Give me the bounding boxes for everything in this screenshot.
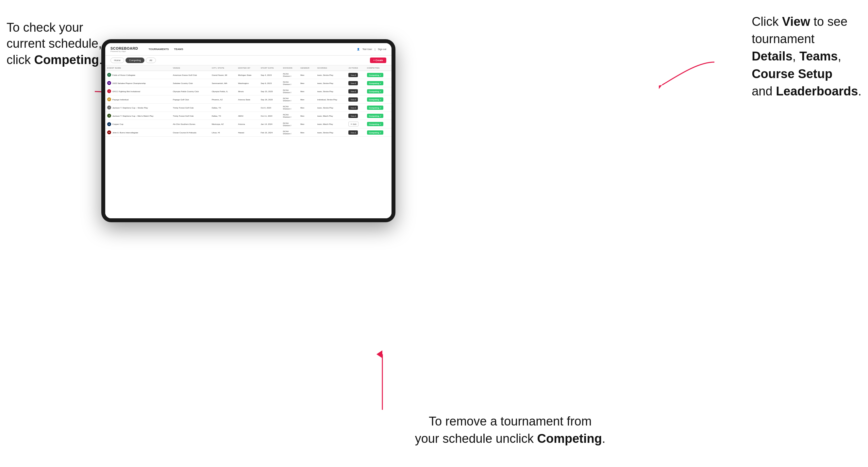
competing-badge[interactable]: Competing ✓ (367, 97, 383, 102)
scoring-cell: team, Stroke Play (315, 71, 346, 79)
scoring-cell: team, Stroke Play (315, 103, 346, 112)
division-cell: NCAADivision I (281, 120, 299, 128)
col-division: DIVISION (281, 65, 299, 71)
start-date-cell: Sep 4, 2023 (259, 71, 281, 79)
team-logo: H (107, 130, 111, 134)
event-name-cell: F Folds of Honor Collegiate (105, 71, 171, 79)
table-row: F Folds of Honor Collegiate American Dun… (105, 71, 392, 79)
view-button[interactable]: View ℹ (348, 105, 358, 110)
start-date-cell: Oct 11, 2023 (259, 112, 281, 120)
division-cell: NCAADivision I (281, 87, 299, 95)
event-name: Jackson T. Stephens Cup – Stroke Play (113, 106, 148, 109)
actions-cell: View ℹ (346, 128, 365, 136)
hosted-by-cell: Arizona (236, 120, 258, 128)
tabs-row: Home Competing All + Create (105, 56, 392, 65)
user-icon: 👤 (357, 48, 360, 51)
tab-home[interactable]: Home (111, 58, 124, 63)
actions-cell: View ℹ (346, 112, 365, 120)
bottom-arrow (366, 348, 399, 413)
competing-badge[interactable]: Competing ✓ (367, 73, 383, 77)
col-gender: GENDER (299, 65, 315, 71)
tournament-table: EVENT NAME VENUE CITY, STATE HOSTED BY S… (105, 65, 392, 136)
hosted-by-cell: Hawaii (236, 128, 258, 136)
table-row: I OFCC Fighting Illini Invitational Olym… (105, 87, 392, 95)
hosted-by-cell: Washington (236, 79, 258, 87)
venue-cell: Trinity Forest Golf Club (171, 112, 210, 120)
col-competing: COMPETING (365, 65, 392, 71)
view-button[interactable]: View ℹ (348, 114, 358, 118)
table-row: W 2023 Sahalee Players Championship Saha… (105, 79, 392, 87)
sign-out-link[interactable]: Sign out (378, 48, 386, 50)
team-logo: W (107, 81, 111, 85)
division-cell: NCAADivision I (281, 71, 299, 79)
actions-cell: View ℹ (346, 103, 365, 112)
view-button[interactable]: View ℹ (348, 130, 358, 135)
city-state-cell: Sammamish, WA (210, 79, 236, 87)
team-logo: I (107, 89, 111, 93)
gender-cell: Men (299, 87, 315, 95)
col-city-state: CITY, STATE (210, 65, 236, 71)
view-button[interactable]: View ℹ (348, 81, 358, 85)
table-row: A Copper Cup Ak-Chin Southern DunesMaric… (105, 120, 392, 128)
nav-teams[interactable]: TEAMS (174, 48, 183, 51)
event-name-cell: A Copper Cup (105, 120, 171, 128)
hosted-by-cell: Michigan State (236, 71, 258, 79)
col-hosted-by: HOSTED BY (236, 65, 258, 71)
gender-cell: Men (299, 103, 315, 112)
city-state-cell: Maricopa, AZ (210, 120, 236, 128)
gender-cell: Men (299, 79, 315, 87)
tournament-table-container: EVENT NAME VENUE CITY, STATE HOSTED BY S… (105, 65, 392, 218)
team-logo: F (107, 73, 111, 77)
competing-badge[interactable]: Competing ✓ (367, 114, 383, 118)
gender-cell: Men (299, 120, 315, 128)
col-venue: VENUE (171, 65, 210, 71)
city-state-cell: Dallas, TX (210, 112, 236, 120)
venue-cell: Ocean Course At Hokuala (171, 128, 210, 136)
gender-cell: Men (299, 112, 315, 120)
start-date-cell: Sep 9, 2023 (259, 79, 281, 87)
venue-cell: Trinity Forest Golf Club (171, 103, 210, 112)
start-date-cell: Sep 18, 2023 (259, 95, 281, 103)
brand: SCOREBOARD Powered by clippi (111, 46, 138, 52)
scoring-cell: team, Stroke Play (315, 128, 346, 136)
gender-cell: Men (299, 71, 315, 79)
app-header: SCOREBOARD Powered by clippi TOURNAMENTS… (105, 43, 392, 56)
division-cell: NCAADivision I (281, 112, 299, 120)
table-row: P Papago Individual Papago Golf ClubPhoe… (105, 95, 392, 103)
col-scoring: SCORING (315, 65, 346, 71)
event-name: OFCC Fighting Illini Invitational (113, 90, 140, 92)
competing-badge[interactable]: Competing ✓ (367, 105, 383, 110)
scoring-cell: team, Stroke Play (315, 87, 346, 95)
hosted-by-cell: Arizona State (236, 95, 258, 103)
competing-badge[interactable]: Competing ✓ (367, 122, 383, 126)
venue-cell: Sahalee Country Club (171, 79, 210, 87)
hosted-by-cell (236, 103, 258, 112)
user-name: Test User (363, 48, 372, 50)
header-right: 👤 Test User | Sign out (357, 48, 386, 51)
view-button[interactable]: View ℹ (348, 73, 358, 77)
edit-button[interactable]: ✏ Edit (348, 122, 359, 126)
competing-cell: Competing ✓ (365, 95, 392, 103)
nav-tournaments[interactable]: TOURNAMENTS (148, 48, 168, 51)
venue-cell: American Dunes Golf Club (171, 71, 210, 79)
competing-badge[interactable]: Competing ✓ (367, 130, 383, 135)
actions-cell: View ℹ (346, 87, 365, 95)
tab-competing[interactable]: Competing (125, 58, 145, 63)
view-button[interactable]: View ℹ (348, 97, 358, 102)
nav-links: TOURNAMENTS TEAMS (148, 48, 183, 51)
event-name: Copper Cup (113, 123, 123, 125)
event-name: John A. Burns Intercollegiate (113, 131, 138, 134)
start-date-cell: Sep 15, 2023 (259, 87, 281, 95)
venue-cell: Ak-Chin Southern Dunes (171, 120, 210, 128)
col-actions: ACTIONS (346, 65, 365, 71)
actions-cell: View ℹ (346, 95, 365, 103)
create-button[interactable]: + Create (370, 58, 386, 63)
tabs-left: Home Competing All (111, 58, 156, 63)
actions-cell: ✏ Edit (346, 120, 365, 128)
competing-badge[interactable]: Competing ✓ (367, 89, 383, 93)
event-name-cell: J Jackson T. Stephens Cup – Stroke Play (105, 103, 171, 112)
tab-all[interactable]: All (146, 58, 156, 63)
view-button[interactable]: View ℹ (348, 89, 358, 93)
competing-badge[interactable]: Competing ✓ (367, 81, 383, 85)
gender-cell: Men (299, 95, 315, 103)
